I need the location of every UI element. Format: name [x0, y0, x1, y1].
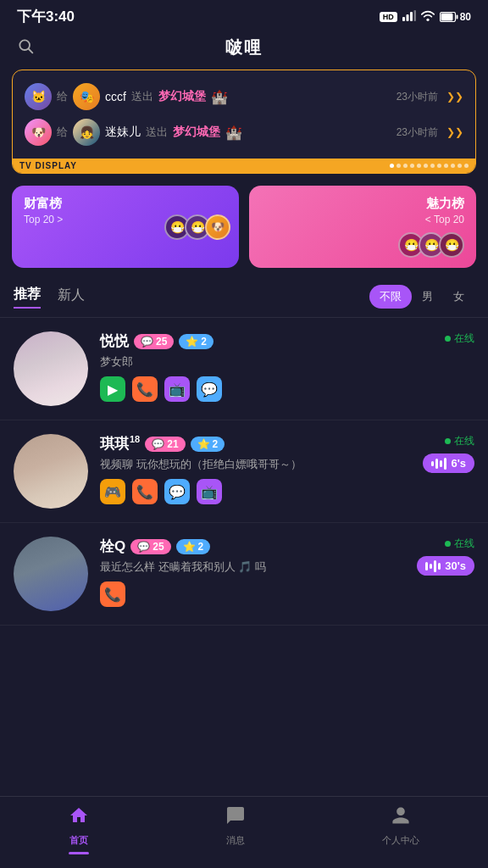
svg-rect-1: [406, 14, 408, 21]
tv-receiver-avatar-2: 👧: [73, 119, 100, 146]
voice-bar-3-2: [430, 564, 432, 569]
search-button[interactable]: [17, 37, 34, 58]
chat-icon-2: 💬: [152, 438, 164, 450]
video-action-1[interactable]: ▶: [100, 376, 125, 402]
tv-sender-avatar-1: 🐱: [25, 83, 52, 110]
tv-action-2: 送出: [146, 125, 168, 140]
online-indicator-2: 在线 6's: [423, 434, 474, 473]
user-actions-2: 🎮 📞 💬 📺: [100, 479, 411, 504]
tab-new[interactable]: 新人: [58, 287, 85, 308]
tv-action-1[interactable]: 📺: [164, 376, 190, 402]
voice-time-2: 6's: [451, 457, 466, 470]
voice-bar-4: [444, 458, 446, 470]
app-title: 啵哩: [225, 36, 263, 59]
nav-messages-label: 消息: [226, 834, 245, 847]
svg-rect-0: [402, 17, 405, 21]
online-badge-2: 在线: [445, 434, 474, 448]
nav-home-underline: [69, 852, 89, 854]
tv-dot-12: [464, 164, 469, 168]
user-info-1: 悦悦 💬 25 ⭐ 2 梦女郎 ▶ 📞 📺 💬: [100, 331, 433, 402]
online-indicator-1: 在线: [445, 331, 474, 346]
profile-icon: [391, 805, 411, 831]
tv-time-2: 23小时前: [396, 125, 438, 140]
chat-icon-1: 💬: [141, 336, 153, 348]
tv-dot-2: [396, 164, 401, 168]
user-star-badge-1: ⭐ 2: [179, 334, 214, 349]
tab-recommended[interactable]: 推荐: [14, 286, 41, 309]
voice-bar-2: [435, 459, 438, 469]
voice-bars-2: [431, 458, 446, 470]
user-card-2[interactable]: 琪琪18 💬 21 ⭐ 2 视频聊 玩你想玩的（拒绝白嫖哦哥哥～） 🎮 📞 💬 …: [0, 420, 488, 523]
chat-action-1[interactable]: 💬: [197, 376, 222, 402]
user-actions-3: 📞: [100, 581, 405, 607]
tv-arrow-1: ❯❯: [446, 91, 463, 103]
user-tagline-1: 梦女郎: [100, 354, 433, 370]
charm-sub: < Top 20: [425, 214, 464, 225]
tv-gift-icon-1: 🏰: [211, 89, 228, 105]
filter-female[interactable]: 女: [443, 285, 474, 309]
tv-dot-10: [451, 164, 455, 168]
tv-dot-3: [403, 164, 408, 168]
phone-action-3[interactable]: 📞: [100, 581, 125, 607]
voice-bar-3-1: [425, 562, 428, 570]
tv-gift-1: 梦幻城堡: [158, 89, 206, 104]
tv-username-1: cccf: [105, 90, 126, 103]
chat-action-2[interactable]: 💬: [164, 479, 190, 504]
phone-action-2[interactable]: 📞: [132, 479, 158, 504]
user-avatar-3: [14, 537, 88, 611]
online-text-2: 在线: [454, 434, 474, 448]
star-count-1: 2: [201, 336, 207, 348]
star-count-2: 2: [213, 438, 219, 450]
user-name-sup-2: 18: [130, 434, 140, 444]
voice-bar-3-4: [438, 563, 441, 570]
game-action-2[interactable]: 🎮: [100, 479, 125, 504]
tv-dot-8: [437, 164, 441, 168]
user-list: 悦悦 💬 25 ⭐ 2 梦女郎 ▶ 📞 📺 💬 在线: [0, 318, 488, 693]
wealth-ranking-card[interactable]: 财富榜 Top 20 > 😷 😷 🐶: [12, 186, 239, 268]
tv-action-1: 送出: [131, 89, 153, 104]
star-icon-2: ⭐: [197, 438, 210, 450]
rankings-section: 财富榜 Top 20 > 😷 😷 🐶 魅力榜 < Top 20 😷 😷 😷: [12, 186, 476, 268]
nav-home[interactable]: 首页: [69, 805, 89, 854]
user-star-badge-2: ⭐ 2: [191, 437, 225, 452]
user-name-1: 悦悦: [100, 331, 129, 351]
wifi-icon: [421, 10, 435, 24]
tv-banner-content: 🐱 给 🎭 cccf 送出 梦幻城堡 🏰 23小时前 ❯❯ 🐶 给 👧 迷妹儿 …: [13, 70, 475, 159]
user-name-3: 栓Q: [100, 537, 125, 556]
star-count-3: 2: [198, 541, 204, 553]
nav-messages[interactable]: 消息: [225, 805, 246, 854]
svg-rect-2: [410, 12, 413, 21]
tv-receiver-avatar-1: 🎭: [73, 83, 100, 110]
gender-filter-group: 不限 男 女: [369, 285, 474, 309]
user-card-1[interactable]: 悦悦 💬 25 ⭐ 2 梦女郎 ▶ 📞 📺 💬 在线: [0, 318, 488, 420]
filter-tabs-row: 推荐 新人 不限 男 女: [0, 280, 488, 318]
user-chat-badge-2: 💬 21: [145, 437, 185, 452]
user-avatar-2: [14, 434, 88, 509]
status-bar: 下午3:40 HD 80: [0, 0, 488, 30]
tv-prefix-2: 给: [57, 125, 68, 140]
tv-action-2[interactable]: 📺: [197, 479, 222, 504]
tv-dot-11: [458, 164, 462, 168]
phone-action-1[interactable]: 📞: [132, 376, 158, 402]
svg-line-8: [29, 49, 33, 53]
tv-display-banner: 🐱 给 🎭 cccf 送出 梦幻城堡 🏰 23小时前 ❯❯ 🐶 给 👧 迷妹儿 …: [12, 70, 476, 174]
user-chat-badge-3: 💬 25: [130, 539, 170, 554]
battery-percent: 80: [460, 11, 471, 23]
filter-all[interactable]: 不限: [369, 285, 412, 309]
tv-dot-4: [410, 164, 414, 168]
tv-pagination-dots: [390, 164, 469, 168]
charm-ranking-card[interactable]: 魅力榜 < Top 20 😷 😷 😷: [249, 186, 476, 268]
user-card-3[interactable]: 栓Q 💬 25 ⭐ 2 最近怎么样 还瞒着我和别人 🎵 吗 📞 在线: [0, 523, 488, 626]
nav-profile[interactable]: 个人中心: [382, 805, 419, 854]
voice-bars-3: [425, 560, 441, 572]
filter-male[interactable]: 男: [412, 285, 443, 309]
svg-rect-6: [441, 13, 452, 20]
online-dot-3: [445, 541, 451, 547]
voice-indicator-2[interactable]: 6's: [423, 453, 474, 473]
online-dot-2: [445, 438, 451, 444]
tv-arrow-2: ❯❯: [446, 126, 463, 138]
voice-indicator-3[interactable]: 30's: [417, 556, 474, 576]
user-name-row-3: 栓Q 💬 25 ⭐ 2: [100, 537, 405, 556]
charm-avatar-3: 😷: [439, 232, 464, 258]
tv-dot-active: [390, 164, 394, 168]
